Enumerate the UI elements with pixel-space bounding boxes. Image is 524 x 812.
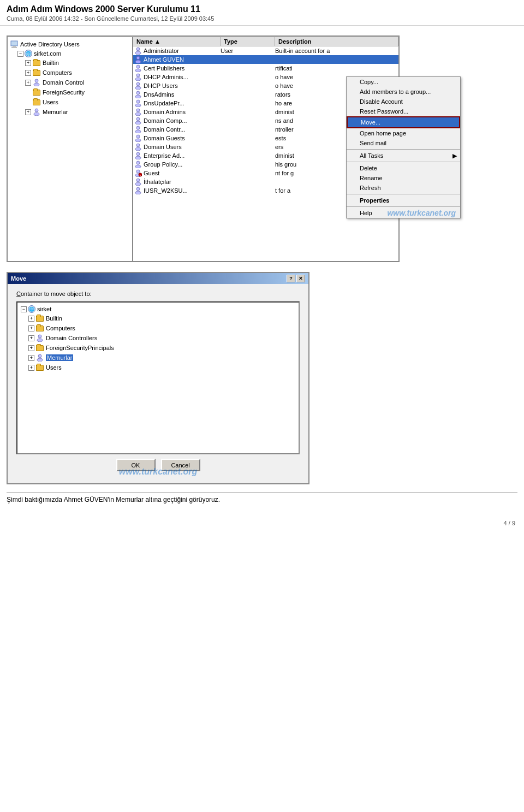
dialog-tree-box[interactable]: − 🌐 sirket + Builtin	[16, 301, 300, 454]
svg-point-39	[136, 179, 140, 182]
dialog-folder-computers	[35, 324, 44, 333]
row-name-ahmet: Ahmet GÜVEN	[134, 56, 221, 63]
dialog-tree-computers[interactable]: + Computers	[27, 323, 296, 333]
list-item[interactable]: Administrator User Built-in account for …	[133, 46, 398, 55]
dialog-close-btn[interactable]: ✕	[296, 275, 305, 282]
tree-sirket[interactable]: − 🌐 sirket.com	[16, 49, 131, 58]
menu-copy[interactable]: Copy...	[347, 77, 460, 87]
menu-properties[interactable]: Properties	[347, 195, 460, 205]
separator-2	[347, 162, 460, 162]
dialog-help-btn[interactable]: ?	[287, 275, 295, 282]
separator-3	[347, 194, 460, 194]
ad-screenshot-container: Active Directory Users − 🌐 sirket.com +	[7, 35, 517, 262]
tree-computers[interactable]: + Computers	[24, 68, 131, 78]
dialog-fsp-label: ForeignSecurityPrincipals	[46, 345, 114, 351]
menu-disable[interactable]: Disable Account	[347, 97, 460, 106]
user-icon-domain-users	[134, 143, 142, 151]
tree-root[interactable]: Active Directory Users	[9, 39, 131, 49]
row-name-dnsupdate: DnsUpdatePr...	[134, 99, 221, 107]
expand-domain-control[interactable]: +	[25, 80, 31, 86]
menu-send-mail[interactable]: Send mail	[347, 138, 460, 148]
expand-memurlar[interactable]: +	[25, 109, 31, 115]
dialog-expand-builtin[interactable]: +	[28, 316, 34, 322]
menu-refresh[interactable]: Refresh	[347, 183, 460, 193]
dialog-collapse-sirket[interactable]: −	[21, 306, 27, 312]
tree-memurlar-label: Memurlar	[43, 109, 68, 115]
tree-domain-control[interactable]: + Domain Control	[24, 78, 131, 87]
svg-point-3	[35, 79, 38, 82]
svg-point-24	[135, 121, 141, 125]
row-name-administrator: Administrator	[134, 47, 221, 55]
svg-point-25	[136, 126, 140, 129]
dialog-expand-fsp[interactable]: +	[28, 345, 34, 351]
page-header: Adım Adım Windows 2000 Server Kurulumu 1…	[0, 0, 524, 26]
svg-point-42	[135, 191, 141, 194]
menu-all-tasks[interactable]: All Tasks	[347, 151, 460, 161]
dialog-tree-sirket[interactable]: − 🌐 sirket	[20, 305, 296, 313]
dialog-dc-label: Domain Controllers	[46, 335, 97, 341]
menu-help[interactable]: Help www.turkcanet.org	[347, 208, 460, 218]
tree-foreign[interactable]: ForeignSecurity	[24, 87, 131, 97]
user-icon-iusr	[134, 187, 142, 194]
svg-point-35	[136, 170, 140, 173]
svg-point-43	[38, 335, 41, 338]
user-icon-domain-comp	[134, 117, 142, 125]
tree-sirket-label: sirket.com	[34, 50, 61, 57]
menu-move[interactable]: Move...	[347, 116, 460, 128]
list-item-ahmet[interactable]: Ahmet GÜVEN	[133, 55, 398, 64]
dialog-group-dc-icon	[35, 334, 44, 342]
col-name[interactable]: Name ▲	[133, 37, 221, 46]
separator-4	[347, 206, 460, 207]
folder-users-icon	[32, 98, 41, 106]
dialog-folder-fsp	[35, 343, 44, 352]
collapse-sirket[interactable]: −	[17, 51, 23, 57]
dialog-tree-fsp[interactable]: + ForeignSecurityPrincipals	[27, 343, 296, 353]
footer-label: Şimdi baktığımızda Ahmet GÜVEN'in Memurl…	[7, 496, 220, 503]
tree-foreign-label: ForeignSecurity	[43, 89, 85, 96]
menu-add-members[interactable]: Add members to a group...	[347, 87, 460, 97]
menu-open-home[interactable]: Open home page	[347, 128, 460, 138]
menu-delete[interactable]: Delete	[347, 163, 460, 173]
user-icon-group-policy	[134, 161, 142, 168]
menu-reset-password[interactable]: Reset Password...	[347, 106, 460, 116]
dialog-expand-dc[interactable]: +	[28, 335, 34, 341]
row-name-cert: Cert Publishers	[134, 64, 221, 72]
svg-point-32	[135, 156, 141, 159]
dialog-buttons: OK Cancel www.turkcanet.org	[16, 454, 300, 477]
context-menu: Copy... Add members to a group... Disabl…	[346, 76, 461, 218]
dialog-folder-users	[35, 363, 44, 372]
svg-point-26	[135, 130, 141, 133]
dialog-tree-users[interactable]: + Users	[27, 363, 296, 372]
tree-users[interactable]: Users	[24, 97, 131, 107]
dialog-sirket-label: sirket	[37, 306, 51, 312]
dialog-tree-dc[interactable]: + Domain Controllers	[27, 333, 296, 343]
svg-point-17	[136, 91, 140, 94]
list-item-cert[interactable]: Cert Publishers rtificati	[133, 64, 398, 73]
user-icon-ithalatci	[134, 178, 142, 186]
svg-point-40	[135, 182, 141, 186]
svg-point-5	[35, 109, 38, 112]
dialog-expand-memurlar[interactable]: +	[28, 355, 34, 361]
col-type[interactable]: Type	[221, 37, 275, 46]
folder-builtin-icon	[32, 58, 41, 67]
dialog-expand-computers[interactable]: +	[28, 325, 34, 331]
col-desc[interactable]: Description	[275, 37, 398, 46]
menu-rename[interactable]: Rename	[347, 173, 460, 183]
ad-window-inner: Active Directory Users − 🌐 sirket.com +	[8, 37, 398, 261]
expand-builtin[interactable]: +	[25, 60, 31, 66]
dialog-expand-users[interactable]: +	[28, 365, 34, 371]
svg-rect-0	[11, 41, 17, 46]
tree-memurlar[interactable]: + Memurlar	[24, 107, 131, 117]
page-title: Adım Adım Windows 2000 Server Kurulumu 1…	[7, 4, 517, 14]
user-icon-domain-admins	[134, 108, 142, 116]
expand-computers[interactable]: +	[25, 70, 31, 76]
user-icon-ahmet	[134, 56, 142, 63]
dialog-tree-builtin[interactable]: + Builtin	[27, 313, 296, 323]
tree-domain-control-label: Domain Control	[43, 79, 84, 86]
svg-point-33	[136, 161, 140, 164]
tree-builtin[interactable]: + Builtin	[24, 58, 131, 68]
tree-builtin-label: Builtin	[43, 60, 59, 66]
watermark-dialog: www.turkcanet.org	[119, 467, 197, 477]
dialog-tree-memurlar[interactable]: + Memurlar	[27, 353, 296, 363]
dialog-domain-icon: 🌐	[28, 305, 35, 313]
